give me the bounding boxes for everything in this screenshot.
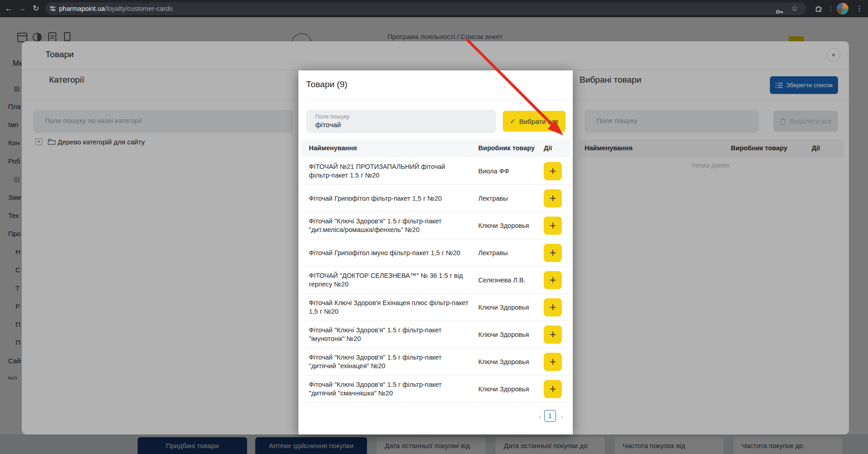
products-table-body: ФІТОЧАЙ №21 ПРОТИЗАПАЛЬНИЙ фіточай фільт…: [301, 158, 570, 403]
product-row: Фіточай "Ключі Здоров'я" 1.5 г фільтр-па…: [301, 321, 570, 348]
product-manufacturer: Ключи Здоровья: [478, 331, 540, 338]
products-panel: Товари (9) Поле пошуку фіточай ✓ Вибрати…: [298, 70, 573, 434]
select-all-label: Вибрати все: [519, 118, 558, 125]
browser-chrome: ← → ↻ pharmapoint.ua/loyalty/customer-ca…: [0, 0, 868, 17]
extensions-icon[interactable]: [815, 5, 823, 13]
browser-menu-icon[interactable]: ⋮: [853, 0, 866, 17]
pagination: ‹ 1 ›: [298, 409, 573, 427]
product-row: Фіточай Ключі Здоров'я Ехінацея плюс філ…: [301, 294, 570, 321]
add-product-button[interactable]: +: [544, 326, 562, 344]
add-product-button[interactable]: +: [544, 189, 562, 207]
product-manufacturer: Виола ФФ: [478, 168, 540, 175]
products-col-name: Найменування: [309, 144, 357, 152]
product-name: Фіточай Грипофітол імуно фільтр-пакет 1,…: [309, 248, 469, 257]
product-manufacturer: Ключи Здоровья: [478, 304, 540, 311]
password-key-icon[interactable]: [776, 5, 784, 18]
add-product-button[interactable]: +: [544, 162, 562, 180]
product-manufacturer: Ключи Здоровья: [478, 358, 540, 365]
browser-reload-icon[interactable]: ↻: [29, 0, 43, 17]
url-domain: pharmapoint.ua: [59, 5, 105, 12]
check-icon: ✓: [510, 117, 516, 125]
product-row: Фіточай Грипофітол фільтр-пакет 1,5 г №2…: [301, 185, 570, 212]
browser-back-icon[interactable]: ←: [2, 0, 15, 17]
product-name: ФІТОЧАЙ №21 ПРОТИЗАПАЛЬНИЙ фіточай фільт…: [309, 163, 469, 180]
add-product-button[interactable]: +: [544, 271, 562, 289]
profile-avatar[interactable]: [837, 3, 848, 15]
pagination-prev-icon[interactable]: ‹: [539, 412, 541, 422]
product-manufacturer: Ключи Здоровья: [478, 385, 540, 393]
url-path: /loyalty/customer-cards: [105, 5, 173, 12]
add-product-button[interactable]: +: [544, 353, 562, 371]
product-row: Фіточай Грипофітол імуно фільтр-пакет 1,…: [301, 239, 570, 266]
products-table-header: Найменування Виробник товару Дії: [301, 139, 570, 158]
pagination-page-1[interactable]: 1: [544, 410, 556, 422]
product-row: Фіточай "Ключі Здоров'я" 1.5 г фільтр-па…: [301, 212, 570, 239]
product-name: Фіточай "Ключі Здоров'я" 1.5 г фільтр-па…: [309, 353, 469, 370]
browser-forward-icon[interactable]: →: [15, 0, 29, 17]
products-col-manufacturer: Виробник товару: [478, 144, 535, 152]
products-title: Товари (9): [306, 79, 347, 89]
product-row: Фіточай "Ключі Здоров'я" 1.5 г фільтр-па…: [301, 348, 570, 375]
products-search-value: фіточай: [315, 121, 341, 129]
product-name: ФІТОЧАЙ "ДОКТОР СЕЛЕЗНЕВА™" № 36 1.5 г в…: [309, 271, 469, 289]
add-product-button[interactable]: +: [544, 380, 562, 398]
product-manufacturer: Лектравы: [478, 195, 540, 202]
product-row: ФІТОЧАЙ №21 ПРОТИЗАПАЛЬНИЙ фіточай фільт…: [301, 158, 570, 185]
add-product-button[interactable]: +: [544, 217, 562, 235]
site-settings-icon[interactable]: [50, 5, 56, 12]
pagination-next-icon[interactable]: ›: [560, 412, 563, 422]
product-manufacturer: Лектравы: [478, 249, 540, 257]
products-search-label: Поле пошуку: [315, 114, 349, 120]
add-product-button[interactable]: +: [544, 244, 562, 262]
toolbar-divider: [831, 5, 831, 12]
add-product-button[interactable]: +: [544, 298, 562, 316]
url-text[interactable]: pharmapoint.ua/loyalty/customer-cards: [59, 2, 173, 15]
product-name: Фіточай Грипофітол фільтр-пакет 1,5 г №2…: [309, 194, 469, 202]
products-title-divider: [306, 99, 565, 100]
bookmark-star-icon[interactable]: ☆: [791, 2, 798, 15]
product-name: Фіточай Ключі Здоров'я Ехінацея плюс філ…: [309, 299, 469, 316]
product-row: ФІТОЧАЙ "ДОКТОР СЕЛЕЗНЕВА™" № 36 1.5 г в…: [301, 266, 570, 294]
product-manufacturer: Ключи Здоровья: [478, 222, 540, 229]
url-bar[interactable]: pharmapoint.ua/loyalty/customer-cards ☆: [45, 2, 806, 15]
product-row: Фіточай "Ключі Здоров'я" 1.5 г фільтр-па…: [301, 375, 570, 403]
product-name: Фіточай "Ключі Здоров'я" 1.5 г фільтр-па…: [309, 217, 469, 234]
select-all-button[interactable]: ✓ Вибрати все: [503, 111, 565, 132]
product-name: Фіточай "Ключі Здоров'я" 1.5 г фільтр-па…: [309, 380, 469, 398]
product-name: Фіточай "Ключі Здоров'я" 1.5 г фільтр-па…: [309, 326, 469, 343]
product-manufacturer: Селезнева Л.В.: [478, 276, 540, 284]
products-col-actions: Дії: [544, 144, 552, 152]
products-search-input[interactable]: Поле пошуку фіточай: [306, 110, 496, 133]
